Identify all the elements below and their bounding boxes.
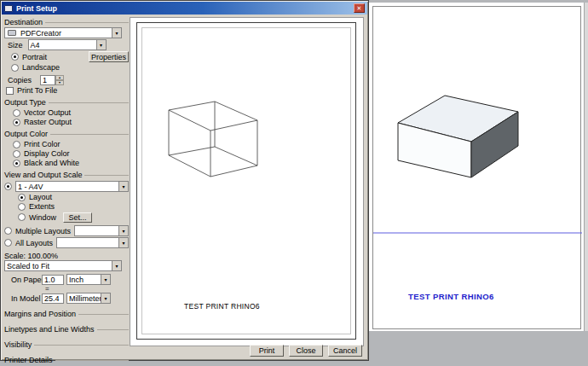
in-model-unit-select[interactable]: Millimeter ▾ <box>66 293 111 304</box>
raster-output-radio[interactable] <box>13 119 20 126</box>
section-label: Output Type <box>4 98 46 107</box>
chevron-down-icon[interactable]: ▾ <box>112 28 121 38</box>
equals-sign: = <box>45 285 49 293</box>
section-linetypes[interactable]: Linetypes and Line Widths <box>4 324 129 334</box>
multiple-layouts-select[interactable]: ▾ <box>74 225 129 236</box>
spin-down-icon[interactable]: ▾ <box>55 80 64 85</box>
extents-label: Extents <box>29 202 55 211</box>
pdf-scrollbar[interactable] <box>584 3 588 331</box>
chevron-down-icon[interactable]: ▾ <box>101 293 110 303</box>
pdf-page: TEST PRINT RHINO6 <box>372 6 581 329</box>
print-preview-panel: TEST PRINT RHINO6 <box>130 17 364 346</box>
landscape-label: Landscape <box>22 63 60 72</box>
section-label: Visibility <box>4 340 32 349</box>
layout-label: Layout <box>29 193 52 201</box>
copies-input[interactable] <box>40 75 55 85</box>
vector-output-label: Vector Output <box>24 108 71 117</box>
extents-radio[interactable] <box>18 203 26 211</box>
scale-mode-value: Scaled to Fit <box>5 262 112 270</box>
print-color-label: Print Color <box>24 140 61 148</box>
print-setup-dialog: Print Setup ✕ Destination PDFCreator ▾ S… <box>0 0 369 361</box>
dialog-title: Print Setup <box>16 4 57 13</box>
preview-page: TEST PRINT RHINO6 <box>136 22 356 340</box>
all-layouts-label: All Layouts <box>15 239 53 247</box>
layout-radio[interactable] <box>18 194 26 201</box>
section-label: Margins and Position <box>4 310 76 318</box>
copies-stepper[interactable]: ▴ ▾ <box>55 75 64 85</box>
section-divider <box>78 314 129 315</box>
section-output-type[interactable]: Output Type <box>4 97 129 107</box>
chevron-down-icon[interactable]: ▾ <box>118 226 128 235</box>
chevron-down-icon[interactable]: ▾ <box>112 261 121 270</box>
shaded-box-rendering <box>373 7 582 330</box>
section-divider <box>84 175 129 176</box>
section-divider <box>45 22 129 23</box>
section-label: Linetypes and Line Widths <box>4 325 95 334</box>
scale-mode-select[interactable]: Scaled to Fit ▾ <box>4 260 122 271</box>
black-white-label: Black and White <box>24 159 79 167</box>
dialog-titlebar[interactable]: Print Setup ✕ <box>2 2 367 15</box>
section-divider <box>55 360 129 361</box>
size-label: Size <box>8 41 23 49</box>
size-select[interactable]: A4 ▾ <box>28 39 107 50</box>
chevron-down-icon[interactable]: ▾ <box>96 40 106 49</box>
printer-select[interactable]: PDFCreator ▾ <box>4 27 122 38</box>
section-view-scale[interactable]: View and Output Scale <box>4 170 129 180</box>
view-select[interactable]: 1 - A4V ▾ <box>15 181 129 192</box>
dialog-footer: Print Close Cancel <box>250 345 362 357</box>
window-label: Window <box>29 213 56 222</box>
cancel-button[interactable]: Cancel <box>328 345 362 357</box>
black-white-radio[interactable] <box>13 160 20 167</box>
all-layouts-radio[interactable] <box>4 239 12 247</box>
close-button[interactable]: Close <box>289 345 323 357</box>
section-destination[interactable]: Destination <box>4 17 129 27</box>
display-color-radio[interactable] <box>13 150 20 158</box>
multiple-layouts-label: Multiple Layouts <box>15 227 71 235</box>
print-to-file-label: Print To File <box>17 86 57 95</box>
landscape-radio[interactable] <box>11 64 19 72</box>
size-value: A4 <box>29 41 96 49</box>
print-color-radio[interactable] <box>13 141 20 148</box>
window-radio[interactable] <box>18 213 26 221</box>
view-radio[interactable] <box>4 183 12 190</box>
chevron-down-icon[interactable]: ▾ <box>118 238 128 247</box>
printer-icon <box>4 5 13 12</box>
chevron-down-icon[interactable]: ▾ <box>101 275 110 284</box>
on-paper-label: On Paper <box>11 276 42 284</box>
section-label: Destination <box>4 18 43 26</box>
scale-percent-label: Scale: 100.00% <box>4 252 58 260</box>
section-divider <box>49 102 129 103</box>
multiple-layouts-radio[interactable] <box>4 227 12 235</box>
close-icon[interactable]: ✕ <box>354 3 365 13</box>
portrait-label: Portrait <box>22 53 47 61</box>
section-visibility[interactable]: Visibility <box>4 340 129 350</box>
print-button[interactable]: Print <box>250 345 284 357</box>
on-paper-unit-select[interactable]: Inch ▾ <box>66 274 111 285</box>
print-to-file-checkbox[interactable] <box>6 87 14 95</box>
chevron-down-icon[interactable]: ▾ <box>118 182 128 191</box>
wireframe-box-rendering <box>137 23 357 340</box>
in-model-unit-value: Millimeter <box>67 294 101 303</box>
portrait-radio[interactable] <box>11 53 19 61</box>
set-window-button[interactable]: Set... <box>63 212 92 223</box>
section-label: Output Color <box>4 130 48 138</box>
section-divider <box>34 345 129 346</box>
section-label: Printer Details <box>4 356 53 364</box>
pdf-caption: TEST PRINT RHINO6 <box>408 292 494 301</box>
printer-icon <box>8 30 16 36</box>
in-model-label: In Model <box>11 294 42 303</box>
on-paper-input[interactable] <box>42 275 64 285</box>
section-margins-position[interactable]: Margins and Position <box>4 309 129 319</box>
in-model-input[interactable] <box>42 293 64 304</box>
vector-output-radio[interactable] <box>13 109 20 117</box>
desktop: TEST PRINT RHINO6 Print Setup ✕ Destinat… <box>0 0 588 366</box>
section-printer-details[interactable]: Printer Details <box>4 355 129 365</box>
printer-value: PDFCreator <box>19 29 112 38</box>
display-color-label: Display Color <box>24 149 70 158</box>
all-layouts-select[interactable]: ▾ <box>56 237 129 248</box>
properties-button[interactable]: Properties <box>89 51 129 62</box>
view-value: 1 - A4V <box>16 183 118 191</box>
section-output-color[interactable]: Output Color <box>4 129 129 139</box>
on-paper-unit-value: Inch <box>67 276 101 284</box>
raster-output-label: Raster Output <box>24 118 72 126</box>
